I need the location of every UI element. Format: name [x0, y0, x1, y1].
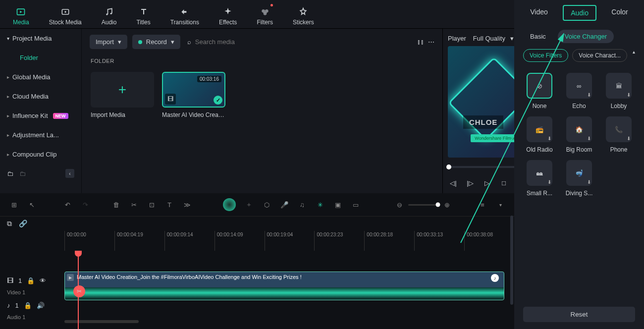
search-input[interactable] [195, 38, 410, 46]
list-icon[interactable]: ≡ [478, 200, 487, 210]
transitions-icon [180, 7, 190, 17]
zoom-handle[interactable] [436, 203, 440, 207]
tab-stock-media[interactable]: Stock Media [46, 5, 85, 28]
collapse-sidebar-button[interactable]: ‹ [65, 169, 74, 178]
redo-button[interactable]: ↷ [80, 200, 90, 210]
crop-button[interactable]: ⊡ [147, 200, 157, 210]
import-button[interactable]: Import ▾ [90, 35, 127, 49]
reset-button[interactable]: Reset [523, 307, 635, 322]
chevron-down-icon: ▾ [118, 38, 121, 46]
voice-old-radio[interactable]: 📻⬇Old Radio [523, 116, 556, 153]
rp-tab-audio[interactable]: Audio [563, 5, 596, 21]
clip-duration: 00:03:16 [197, 76, 221, 82]
next-frame-button[interactable]: |▷ [466, 178, 475, 187]
timeline-ruler[interactable]: 00:00:00 00:00:04:19 00:00:09:14 00:00:1… [0, 231, 514, 251]
download-icon: ⬇ [547, 179, 551, 185]
seek-handle[interactable] [446, 164, 451, 169]
record-dot-icon [138, 40, 142, 44]
text-button[interactable]: T [164, 200, 174, 210]
audio-icon[interactable]: ♪ [7, 302, 10, 309]
zoom-in-button[interactable]: ⊕ [442, 200, 452, 210]
ratio-icon[interactable]: ▭ [351, 200, 361, 210]
delete-button[interactable]: 🗑 [111, 200, 121, 210]
sidebar-item-compound-clip[interactable]: Compound Clip [0, 145, 81, 164]
sparkle-icon[interactable]: ✦ [244, 200, 254, 210]
rp-filter-voice-characters[interactable]: Voice Charact... [572, 49, 627, 62]
split-button[interactable]: ✂ [129, 200, 139, 210]
sidebar-item-folder[interactable]: Folder [0, 48, 81, 67]
media-clip-tile[interactable]: 00:03:16 🎞 ✓ Master AI Video Creati... [162, 72, 225, 118]
undo-button[interactable]: ↶ [62, 200, 72, 210]
link-icon[interactable]: 🔗 [19, 219, 27, 228]
more-icon[interactable]: ⋯ [428, 38, 434, 46]
new-bin-icon[interactable]: 🗀 [19, 170, 26, 177]
voice-label: Old Radio [526, 146, 552, 153]
rp-sub-basic[interactable]: Basic [523, 30, 553, 43]
voice-small-room[interactable]: 🏘⬇Small R... [523, 160, 556, 197]
rp-tab-video[interactable]: Video [523, 5, 555, 21]
tab-effects[interactable]: Effects [216, 5, 240, 28]
voice-diving-suit[interactable]: 🤿⬇Diving S... [563, 160, 595, 197]
ai-button[interactable] [223, 198, 236, 211]
new-folder-icon[interactable]: 🗀 [7, 170, 13, 177]
mic-icon[interactable]: 🎤 [279, 200, 289, 210]
prev-frame-button[interactable]: ◁| [449, 178, 458, 187]
zoom-slider[interactable] [408, 204, 438, 206]
scroll-thumb[interactable] [64, 320, 139, 323]
tab-label: Audio [102, 19, 117, 26]
sidebar-item-project-media[interactable]: Project Media [0, 29, 81, 48]
tab-stickers[interactable]: Stickers [290, 5, 317, 28]
timeline-h-scroll[interactable] [64, 320, 514, 324]
stop-button[interactable]: □ [499, 178, 508, 187]
mute-icon[interactable]: 🔊 [37, 302, 45, 309]
more-tools-button[interactable]: ≫ [182, 200, 192, 210]
lock-icon[interactable]: 🔒 [27, 277, 35, 284]
import-tile[interactable]: + Import Media [91, 72, 154, 118]
clip-icon[interactable]: 🎞 [7, 277, 13, 284]
tab-filters[interactable]: Filters [254, 5, 276, 28]
clip-title: Master AI Video Creati... [162, 111, 225, 118]
clip-used-check-icon: ✓ [214, 96, 222, 105]
sidebar-item-adjustment-layer[interactable]: Adjustment La... [0, 125, 81, 145]
tab-media[interactable]: Media [10, 5, 32, 28]
video-clip[interactable]: ▶ Master AI Video Creation_Join the #Fil… [64, 272, 504, 300]
import-tile-label: Import Media [91, 111, 154, 118]
cursor-icon[interactable]: ↖ [27, 200, 37, 210]
rp-tab-color[interactable]: Color [604, 5, 635, 21]
track-count: 1 [18, 277, 22, 284]
timeline-v-scroll[interactable] [510, 216, 513, 305]
collapse-icon[interactable]: ▴ [633, 49, 635, 62]
sidebar-item-cloud-media[interactable]: Cloud Media [0, 87, 81, 106]
scissors-badge-icon[interactable]: ✂ [73, 285, 85, 297]
rp-sub-voice-changer[interactable]: Voice Changer [558, 30, 614, 43]
overlap-icon[interactable]: ⧉ [7, 219, 12, 228]
lock-icon[interactable]: 🔒 [24, 302, 32, 309]
ruler-mark: 00:00:28:18 [367, 232, 393, 237]
shield-icon[interactable]: ⬡ [262, 200, 271, 210]
quality-dropdown[interactable]: Full Quality ▾ [473, 35, 514, 42]
filters-icon [260, 7, 270, 17]
visibility-icon[interactable]: 👁 [40, 277, 46, 284]
voice-big-room[interactable]: 🏠⬇Big Room [563, 116, 595, 153]
grid-icon[interactable]: ⊞ [9, 200, 19, 210]
auto-cut-icon[interactable]: ✳ [315, 200, 325, 210]
record-button[interactable]: Record ▾ [132, 35, 180, 49]
voice-echo[interactable]: ∞⬇Echo [563, 73, 595, 110]
rp-filter-voice-filters[interactable]: Voice Filters [523, 49, 568, 62]
voice-none[interactable]: ⊘None [523, 73, 556, 110]
voice-label: Echo [572, 103, 586, 110]
sidebar-footer: 🗀 🗀 ‹ [0, 164, 81, 183]
settings-chevron-icon[interactable]: ▾ [495, 200, 505, 210]
marker-icon[interactable]: ▣ [333, 200, 343, 210]
play-button[interactable]: ▷ [483, 178, 491, 187]
voice-lobby[interactable]: 🏛⬇Lobby [602, 73, 635, 110]
sidebar-item-global-media[interactable]: Global Media [0, 67, 81, 87]
voice-phone[interactable]: 📞⬇Phone [602, 116, 635, 153]
music-icon[interactable]: ♫ [297, 200, 307, 210]
zoom-out-button[interactable]: ⊖ [394, 200, 404, 210]
tab-titles[interactable]: Titles [133, 5, 153, 28]
tab-audio[interactable]: Audio [99, 5, 120, 28]
tab-transitions[interactable]: Transitions [167, 5, 202, 28]
filter-icon[interactable]: ⫿⫿ [417, 38, 424, 46]
sidebar-item-influence-kit[interactable]: Influence KitNEW [0, 106, 81, 125]
